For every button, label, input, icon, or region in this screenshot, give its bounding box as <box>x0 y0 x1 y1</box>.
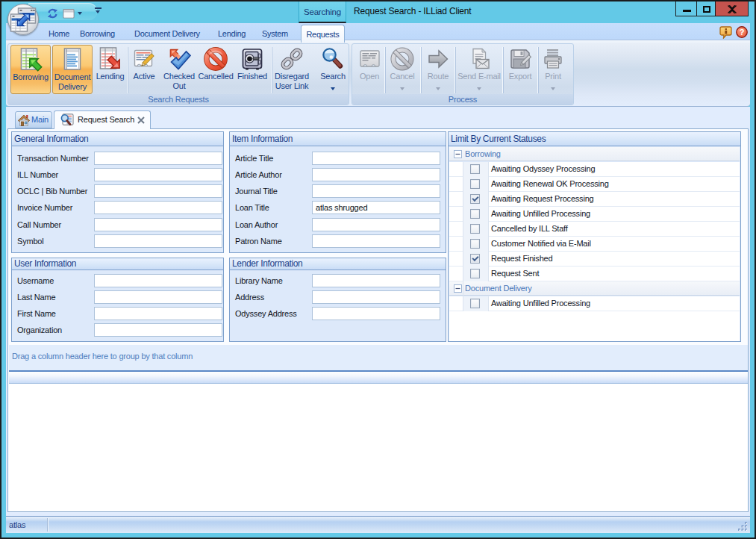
svg-text:?: ? <box>740 28 745 37</box>
